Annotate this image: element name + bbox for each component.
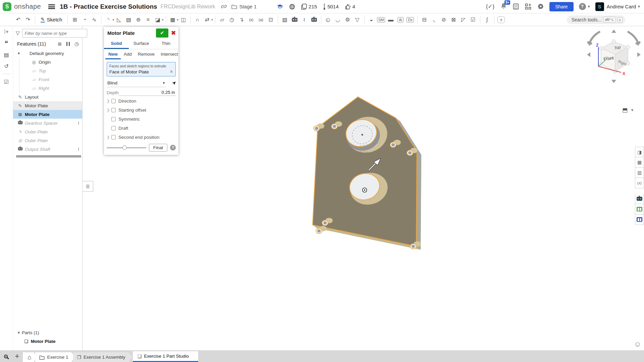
new-folder-icon[interactable]: ⊞ [58,41,62,47]
filter-input[interactable] [22,29,87,38]
toolbar-curve-icon[interactable]: ∫ [483,15,492,24]
toolbar-sweep-icon[interactable]: ∿ [90,15,99,24]
search-tools[interactable]: Search tools... alt/⌥ c [567,15,625,24]
help-button[interactable]: ? [579,3,586,10]
search-tabs-icon[interactable] [0,352,11,361]
toolbar-hole-icon[interactable]: ⊚ [134,15,143,24]
toolbar-move-face-icon[interactable]: ⊠ [449,15,458,24]
flip-direction-icon[interactable]: ➤ [171,79,178,86]
toolbar-plane-icon[interactable]: ▱ [218,15,227,24]
feature-item[interactable]: ✎Outer Plate [13,127,82,136]
app-store-icon[interactable] [525,3,531,10]
add-tab-button[interactable]: + [11,352,23,361]
toolbar-variable-icon[interactable]: (x) [247,15,256,24]
mode-add[interactable]: Add [121,50,135,59]
toolbar-extrude-icon[interactable]: ⊞ [70,15,79,24]
toolbar-robot-feature-1-icon[interactable] [290,15,299,24]
checklist-icon[interactable]: ☑ [0,76,13,87]
checkbox[interactable] [111,126,116,130]
user-menu-caret-icon[interactable]: ▼ [637,5,641,8]
link-icon[interactable] [221,4,227,9]
tab-solid[interactable]: Solid [104,39,129,49]
copies-icon[interactable] [301,4,307,10]
end-type-dropdown[interactable]: Blind ▼ [107,79,166,87]
toolbar-boolean-icon[interactable]: ∩ [193,15,202,24]
toolbar-appearance-icon[interactable]: ◒ [367,15,376,24]
tab-surface[interactable]: Surface [129,39,154,49]
cancel-button[interactable]: ✖ [168,28,178,38]
toolbar-fillet-caret-icon[interactable]: ▾ [112,18,114,21]
option-label[interactable]: Draft [118,126,128,131]
toolbar-bend-icon[interactable]: ◟ [430,15,439,24]
clear-selection-icon[interactable]: ✕ [170,69,173,74]
parts-collapse-icon[interactable]: ▼ [17,331,22,335]
toolbar-primitive-icon[interactable]: ▧ [280,15,289,24]
feature-item[interactable]: ⊞Outer Plate [13,136,82,145]
followers-icon[interactable] [323,3,326,10]
follow-mode-icon[interactable]: ⁞+ [0,26,13,38]
option-label[interactable]: Direction [118,99,136,104]
release-tasks-icon[interactable] [513,3,519,10]
appearance-panel-icon[interactable]: ◨ [635,147,644,157]
toolbar-robot-feature-2-icon[interactable] [310,15,319,24]
feature-item[interactable]: Output Shaft⁞ [13,145,82,154]
feature-item[interactable]: ✎Layout [13,93,82,101]
toolbar-transform-caret-icon[interactable]: ▾ [211,18,213,21]
expand-icon[interactable]: ❯ [107,99,111,103]
feature-item[interactable]: ◎Origin [19,58,82,66]
toolbar-gear-feature-icon[interactable]: ⚙ [343,15,352,24]
option-label[interactable]: Symmetric [118,117,140,122]
feature-item[interactable]: ▼Default geometry [13,49,82,58]
tab-exercise-1[interactable]: Exercise 1 [35,352,75,362]
feature-item[interactable]: ✎Motor Plate [13,101,82,110]
main-menu-icon[interactable] [48,4,55,9]
likes-icon[interactable] [345,4,351,10]
feature-item[interactable]: ▱Right [19,84,82,93]
onshape-logo[interactable]: onshape [3,2,41,11]
model-motor-plate[interactable] [303,85,430,261]
toolbar-ai-feature-icon[interactable]: Ai [396,15,405,24]
education-badge-icon[interactable] [277,4,283,9]
robot-library-icon[interactable] [635,194,644,204]
toolbar-fillet-icon[interactable]: ◝ [104,15,113,24]
unsuppress-dots-icon[interactable]: ⁞ [78,121,79,126]
toolbar-composite-part-icon[interactable]: ⊡ [266,15,275,24]
feature-item[interactable]: ▱Front [19,75,82,84]
configured-features-icon[interactable]: ▥ [635,168,644,178]
featurescript-check-icon[interactable]: {✓} [486,3,495,10]
toolbar-finish-part-icon[interactable]: ☑ [469,15,478,24]
share-button[interactable]: Share [549,2,573,11]
configurations-icon[interactable]: ▦ [635,157,644,168]
toolbar-revolve-icon[interactable]: ◔ [80,15,89,24]
checkbox[interactable] [111,117,116,121]
toolbar-tube-feature-icon[interactable]: ≀ [300,15,309,24]
toolbar-insert-icon[interactable]: + [497,15,506,24]
public-globe-icon[interactable] [289,4,295,10]
checkbox[interactable] [111,135,116,139]
folder-location[interactable]: Stage 1 [231,4,257,9]
final-button[interactable]: Final [149,144,167,152]
toolbar-sheet-metal-icon[interactable]: SM [377,15,386,24]
notifications-bell[interactable]: 9+ [500,3,507,11]
option-label[interactable]: Second end position [118,135,159,140]
toolbar-redo-icon[interactable]: ↷ [23,15,33,24]
selection-box[interactable]: Faces and sketch regions to extrude Face… [107,62,176,76]
toolbar-point-icon[interactable]: ◷ [227,15,236,24]
toolbar-design-studio-icon[interactable]: Ds [406,15,415,24]
checkbox[interactable] [111,99,116,103]
toolbar-edit-fillet-icon[interactable]: ◵ [324,15,333,24]
feature-item[interactable]: Gearbox Spacer⁞ [13,119,82,127]
toolbar-chamfer-icon[interactable]: ◺ [114,15,123,24]
feature-item[interactable]: ▱Top [19,66,82,75]
document-title[interactable]: 1B - Practice Exercise Solutions [60,3,157,10]
view-options-button[interactable]: ⬒ ▼ [622,107,634,114]
blue-library-icon[interactable] [635,215,644,225]
part-item[interactable]: ❏Motor Plate [13,337,82,346]
toolbar-featurescript-search-icon[interactable]: (a) [257,15,266,24]
collapse-icon[interactable]: ▼ [17,52,22,55]
suppress-pause-icon[interactable] [66,42,70,46]
help-caret-icon[interactable]: ▼ [587,5,591,8]
toolbar-mirror-icon[interactable]: ◫ [179,15,188,24]
mode-intersect[interactable]: Intersect [158,50,181,59]
comments-icon[interactable]: ❝ [0,38,13,49]
